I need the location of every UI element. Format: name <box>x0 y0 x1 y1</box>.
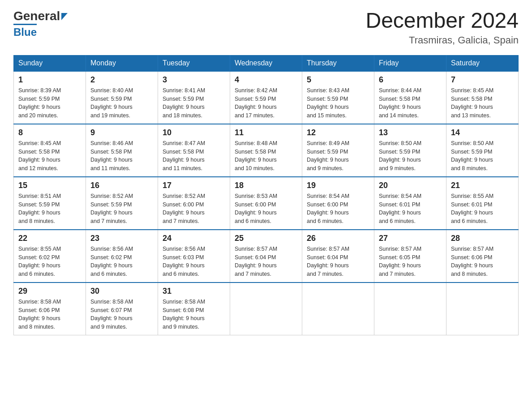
table-row: 25 Sunrise: 8:57 AM Sunset: 6:04 PM Dayl… <box>230 230 302 283</box>
day-info: Sunrise: 8:53 AM Sunset: 6:00 PM Dayligh… <box>235 193 277 224</box>
table-row: 22 Sunrise: 8:55 AM Sunset: 6:02 PM Dayl… <box>14 230 86 283</box>
calendar-header-row: Sunday Monday Tuesday Wednesday Thursday… <box>14 55 519 71</box>
table-row: 16 Sunrise: 8:52 AM Sunset: 5:59 PM Dayl… <box>86 177 158 230</box>
day-number: 10 <box>163 128 225 137</box>
calendar-subtitle: Trasmiras, Galicia, Spain <box>365 34 519 46</box>
day-number: 19 <box>307 181 369 190</box>
day-info: Sunrise: 8:52 AM Sunset: 6:00 PM Dayligh… <box>163 193 205 224</box>
table-row: 17 Sunrise: 8:52 AM Sunset: 6:00 PM Dayl… <box>158 177 230 230</box>
table-row: 26 Sunrise: 8:57 AM Sunset: 6:04 PM Dayl… <box>302 230 374 283</box>
table-row: 30 Sunrise: 8:58 AM Sunset: 6:07 PM Dayl… <box>86 283 158 335</box>
table-row: 1 Sunrise: 8:39 AM Sunset: 5:59 PM Dayli… <box>14 71 86 124</box>
col-sunday: Sunday <box>14 55 86 71</box>
day-info: Sunrise: 8:57 AM Sunset: 6:05 PM Dayligh… <box>379 246 421 277</box>
table-row: 7 Sunrise: 8:45 AM Sunset: 5:58 PM Dayli… <box>446 71 519 124</box>
day-number: 27 <box>379 234 442 243</box>
table-row: 11 Sunrise: 8:48 AM Sunset: 5:58 PM Dayl… <box>230 124 302 177</box>
day-number: 29 <box>18 287 81 296</box>
table-row: 13 Sunrise: 8:50 AM Sunset: 5:59 PM Dayl… <box>374 124 446 177</box>
table-row: 4 Sunrise: 8:42 AM Sunset: 5:59 PM Dayli… <box>230 71 302 124</box>
day-number: 17 <box>163 181 225 190</box>
day-number: 6 <box>379 75 442 85</box>
day-number: 24 <box>163 234 225 243</box>
table-row: 31 Sunrise: 8:58 AM Sunset: 6:08 PM Dayl… <box>158 283 230 335</box>
day-number: 15 <box>18 181 81 190</box>
day-info: Sunrise: 8:45 AM Sunset: 5:58 PM Dayligh… <box>18 140 61 171</box>
day-number: 14 <box>451 128 514 137</box>
table-row: 9 Sunrise: 8:46 AM Sunset: 5:58 PM Dayli… <box>86 124 158 177</box>
table-row: 29 Sunrise: 8:58 AM Sunset: 6:06 PM Dayl… <box>14 283 86 335</box>
day-info: Sunrise: 8:45 AM Sunset: 5:58 PM Dayligh… <box>451 87 493 119</box>
col-friday: Friday <box>374 55 446 71</box>
table-row: 6 Sunrise: 8:44 AM Sunset: 5:58 PM Dayli… <box>374 71 446 124</box>
table-row <box>446 283 519 335</box>
day-info: Sunrise: 8:58 AM Sunset: 6:07 PM Dayligh… <box>90 299 133 330</box>
day-info: Sunrise: 8:54 AM Sunset: 6:01 PM Dayligh… <box>379 193 421 224</box>
table-row <box>374 283 446 335</box>
day-info: Sunrise: 8:58 AM Sunset: 6:08 PM Dayligh… <box>163 299 205 330</box>
day-info: Sunrise: 8:49 AM Sunset: 5:59 PM Dayligh… <box>307 140 349 171</box>
day-info: Sunrise: 8:57 AM Sunset: 6:04 PM Dayligh… <box>307 246 349 277</box>
table-row: 28 Sunrise: 8:57 AM Sunset: 6:06 PM Dayl… <box>446 230 519 283</box>
day-info: Sunrise: 8:54 AM Sunset: 6:00 PM Dayligh… <box>307 193 349 224</box>
table-row: 3 Sunrise: 8:41 AM Sunset: 5:59 PM Dayli… <box>158 71 230 124</box>
day-info: Sunrise: 8:39 AM Sunset: 5:59 PM Dayligh… <box>18 87 61 119</box>
day-number: 7 <box>451 75 514 85</box>
day-info: Sunrise: 8:58 AM Sunset: 6:06 PM Dayligh… <box>18 299 61 330</box>
day-info: Sunrise: 8:57 AM Sunset: 6:04 PM Dayligh… <box>235 246 277 277</box>
day-info: Sunrise: 8:55 AM Sunset: 6:01 PM Dayligh… <box>451 193 493 224</box>
day-info: Sunrise: 8:50 AM Sunset: 5:59 PM Dayligh… <box>379 140 421 171</box>
col-saturday: Saturday <box>446 55 519 71</box>
table-row: 2 Sunrise: 8:40 AM Sunset: 5:59 PM Dayli… <box>86 71 158 124</box>
day-number: 11 <box>235 128 297 137</box>
day-info: Sunrise: 8:43 AM Sunset: 5:59 PM Dayligh… <box>307 87 349 119</box>
day-info: Sunrise: 8:42 AM Sunset: 5:59 PM Dayligh… <box>235 87 277 119</box>
day-info: Sunrise: 8:50 AM Sunset: 5:59 PM Dayligh… <box>451 140 493 171</box>
col-tuesday: Tuesday <box>158 55 230 71</box>
table-row: 27 Sunrise: 8:57 AM Sunset: 6:05 PM Dayl… <box>374 230 446 283</box>
day-info: Sunrise: 8:48 AM Sunset: 5:58 PM Dayligh… <box>235 140 277 171</box>
day-number: 31 <box>163 287 225 296</box>
table-row: 20 Sunrise: 8:54 AM Sunset: 6:01 PM Dayl… <box>374 177 446 230</box>
table-row: 8 Sunrise: 8:45 AM Sunset: 5:58 PM Dayli… <box>14 124 86 177</box>
table-row <box>302 283 374 335</box>
day-info: Sunrise: 8:55 AM Sunset: 6:02 PM Dayligh… <box>18 246 61 277</box>
day-number: 2 <box>90 75 153 85</box>
logo: General Blue <box>13 9 68 39</box>
calendar-week-row: 29 Sunrise: 8:58 AM Sunset: 6:06 PM Dayl… <box>14 283 519 335</box>
day-number: 25 <box>235 234 297 243</box>
day-info: Sunrise: 8:56 AM Sunset: 6:02 PM Dayligh… <box>90 246 133 277</box>
day-info: Sunrise: 8:51 AM Sunset: 5:59 PM Dayligh… <box>18 193 61 224</box>
day-number: 1 <box>18 75 81 85</box>
day-number: 20 <box>379 181 442 190</box>
title-block: December 2024 Trasmiras, Galicia, Spain <box>365 9 519 46</box>
day-info: Sunrise: 8:44 AM Sunset: 5:58 PM Dayligh… <box>379 87 421 119</box>
day-number: 21 <box>451 181 514 190</box>
day-number: 28 <box>451 234 514 243</box>
calendar-title: December 2024 <box>365 9 519 33</box>
table-row: 5 Sunrise: 8:43 AM Sunset: 5:59 PM Dayli… <box>302 71 374 124</box>
calendar-week-row: 1 Sunrise: 8:39 AM Sunset: 5:59 PM Dayli… <box>14 71 519 124</box>
calendar-week-row: 8 Sunrise: 8:45 AM Sunset: 5:58 PM Dayli… <box>14 124 519 177</box>
calendar-table: Sunday Monday Tuesday Wednesday Thursday… <box>13 55 519 335</box>
logo-triangle-icon <box>61 13 68 20</box>
logo-blue-text: Blue <box>13 24 37 39</box>
day-number: 13 <box>379 128 442 137</box>
day-info: Sunrise: 8:52 AM Sunset: 5:59 PM Dayligh… <box>90 193 133 224</box>
table-row: 12 Sunrise: 8:49 AM Sunset: 5:59 PM Dayl… <box>302 124 374 177</box>
day-number: 30 <box>90 287 153 296</box>
day-number: 3 <box>163 75 225 85</box>
day-info: Sunrise: 8:40 AM Sunset: 5:59 PM Dayligh… <box>90 87 133 119</box>
day-number: 23 <box>90 234 153 243</box>
table-row: 15 Sunrise: 8:51 AM Sunset: 5:59 PM Dayl… <box>14 177 86 230</box>
day-number: 16 <box>90 181 153 190</box>
table-row: 18 Sunrise: 8:53 AM Sunset: 6:00 PM Dayl… <box>230 177 302 230</box>
day-number: 8 <box>18 128 81 137</box>
table-row: 23 Sunrise: 8:56 AM Sunset: 6:02 PM Dayl… <box>86 230 158 283</box>
col-monday: Monday <box>86 55 158 71</box>
day-info: Sunrise: 8:56 AM Sunset: 6:03 PM Dayligh… <box>163 246 205 277</box>
table-row: 24 Sunrise: 8:56 AM Sunset: 6:03 PM Dayl… <box>158 230 230 283</box>
day-number: 9 <box>90 128 153 137</box>
calendar-week-row: 22 Sunrise: 8:55 AM Sunset: 6:02 PM Dayl… <box>14 230 519 283</box>
day-number: 12 <box>307 128 369 137</box>
